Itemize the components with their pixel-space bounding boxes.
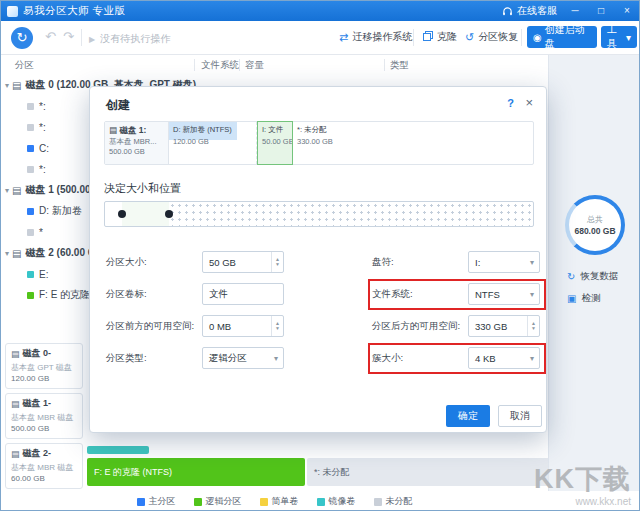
legend-swatch <box>260 498 268 506</box>
dialog-disk-strip: ▤ 磁盘 1: 基本盘 MBR... 500.00 GB D: 新加卷 (NTF… <box>104 121 534 165</box>
clone-button[interactable]: 克隆 <box>423 30 457 44</box>
slider-selected-range <box>122 202 169 226</box>
clone-icon <box>423 33 431 41</box>
partition-color-swatch <box>27 145 34 152</box>
legend-label: 未分配 <box>386 495 413 508</box>
stepper-down-icon[interactable]: ▼ <box>275 326 280 331</box>
tree-row-partition[interactable]: F: E 的克隆 <box>27 285 90 305</box>
tree-row-partition[interactable]: *: <box>27 96 46 116</box>
sidebar-action-label: 检测 <box>581 292 600 305</box>
ok-button[interactable]: 确定 <box>446 405 490 427</box>
disk2-segment-unallocated[interactable]: *: 未分配 <box>307 458 569 486</box>
disk-card-size: 60.00 GB <box>11 474 77 483</box>
window-title: 易我分区大师 专业版 <box>23 4 125 18</box>
segment-size: 50.00 GB <box>262 137 288 146</box>
cluster-size-value: 4 KB <box>469 353 530 364</box>
disk-card-1[interactable]: ▤磁盘 1- 基本盘 MBR 磁盘 500.00 GB <box>5 393 83 439</box>
caret-down-icon[interactable]: ▾ <box>5 249 9 258</box>
tree-row-partition[interactable]: C: <box>27 138 49 158</box>
sidebar-action-detect[interactable]: ▣ 检测 <box>567 292 600 305</box>
disk-card-name: 磁盘 1- <box>23 397 52 410</box>
volume-label-label: 分区卷标: <box>106 283 147 305</box>
filesystem-select[interactable]: NTFS ▾ <box>468 283 540 305</box>
tree-row-partition[interactable]: *: <box>27 117 46 137</box>
sidebar-action-recover-data[interactable]: ↻ 恢复数据 <box>567 270 618 283</box>
column-divider <box>239 59 240 71</box>
redo-button[interactable]: ↷ <box>63 29 74 44</box>
column-divider <box>194 59 195 71</box>
maximize-button[interactable]: □ <box>593 3 609 19</box>
close-button[interactable]: × <box>619 3 635 19</box>
total-value: 680.00 GB <box>574 226 615 236</box>
disk-card-sub: 基本盘 MBR 磁盘 <box>11 462 77 473</box>
detect-icon: ▣ <box>567 293 576 304</box>
help-icon[interactable]: ? <box>507 97 514 109</box>
dialog-segment-d[interactable]: D: 新加卷 (NTFS) 120.00 GB <box>169 122 257 164</box>
refresh-button[interactable]: ↻ <box>11 27 33 49</box>
disk-icon: ▤ <box>12 248 21 259</box>
partition-recovery-button[interactable]: ↺ 分区恢复 <box>465 30 518 44</box>
volume-label-value: 文件 <box>203 288 283 301</box>
volume-label-input[interactable]: 文件 <box>202 283 284 305</box>
tree-row-partition[interactable]: D: 新加卷 <box>27 201 82 221</box>
undo-button[interactable]: ↶ <box>45 29 56 44</box>
dialog-close-button[interactable]: × <box>525 95 533 110</box>
drive-letter-select[interactable]: I: ▾ <box>468 251 540 273</box>
play-icon: ▶ <box>89 35 95 44</box>
tree-row-partition[interactable]: * <box>27 222 43 242</box>
stepper-arrows[interactable]: ▲▼ <box>527 316 539 336</box>
cancel-button[interactable]: 取消 <box>498 405 542 427</box>
disk-card-2[interactable]: ▤磁盘 2- 基本盘 MBR 磁盘 60.00 GB <box>5 443 83 489</box>
migrate-os-button[interactable]: ⇄ 迁移操作系统 <box>339 30 412 44</box>
disk-card-name: 磁盘 2- <box>23 447 52 460</box>
create-boot-disk-button[interactable]: ◉ 创建启动盘 <box>527 26 597 48</box>
caret-down-icon[interactable]: ▾ <box>5 186 9 195</box>
legend-swatch <box>194 498 202 506</box>
tree-row-label: *: <box>39 101 46 112</box>
app-logo-icon <box>7 6 18 17</box>
disk2-segment-f[interactable]: F: E 的克隆 (NTFS) <box>87 458 305 486</box>
cluster-size-select[interactable]: 4 KB ▾ <box>468 347 540 369</box>
partition-color-swatch <box>27 208 34 215</box>
legend-swatch <box>137 498 145 506</box>
caret-down-icon[interactable]: ▾ <box>5 81 9 90</box>
stepper-arrows[interactable]: ▲▼ <box>271 252 283 272</box>
dialog-segment-unallocated[interactable]: *: 未分配 330.00 GB <box>293 122 533 164</box>
online-service-button[interactable]: 在线客服 <box>502 4 557 18</box>
dialog-disk-sub: 基本盘 MBR... <box>109 137 164 147</box>
disk1-strip-partial-segment[interactable] <box>87 446 149 454</box>
disk-card-size: 500.00 GB <box>11 424 77 433</box>
toolbar-divider <box>413 29 414 46</box>
boot-disk-icon: ◉ <box>533 32 542 43</box>
tree-row-label: E: <box>39 269 48 280</box>
partition-color-swatch <box>27 271 34 278</box>
tools-button[interactable]: 工具 ▾ <box>601 26 637 48</box>
stepper-down-icon[interactable]: ▼ <box>275 262 280 267</box>
partition-type-select[interactable]: 逻辑分区 ▾ <box>202 347 284 369</box>
stepper-arrows[interactable]: ▲▼ <box>271 316 283 336</box>
disk-icon: ▤ <box>12 80 21 91</box>
segment-size: 120.00 GB <box>173 137 252 146</box>
legend-label: 镜像卷 <box>329 495 356 508</box>
segment-title: *: 未分配 <box>297 125 529 135</box>
migrate-os-icon: ⇄ <box>339 31 348 44</box>
partition-type-label: 分区类型: <box>106 347 147 369</box>
dialog-segment-i-selected[interactable]: I: 文件 50.00 GB <box>257 121 293 165</box>
tools-label: 工具 <box>607 23 623 51</box>
sidebar-action-label: 恢复数据 <box>580 270 618 283</box>
disk-card-size: 120.00 GB <box>11 374 77 383</box>
space-before-stepper[interactable]: 0 MB ▲▼ <box>202 315 284 337</box>
space-after-stepper[interactable]: 330 GB ▲▼ <box>468 315 540 337</box>
disk-card-0[interactable]: ▤磁盘 0- 基本盘 GPT 磁盘 120.00 GB <box>5 343 83 389</box>
pending-operations-status: ▶ 没有待执行操作 <box>89 32 170 46</box>
space-after-label: 分区后方的可用空间: <box>372 315 460 337</box>
partition-size-stepper[interactable]: 50 GB ▲▼ <box>202 251 284 273</box>
disk-icon: ▤ <box>12 185 21 196</box>
tree-row-partition[interactable]: *: <box>27 159 46 179</box>
partition-size-slider[interactable] <box>104 201 534 227</box>
drive-letter-value: I: <box>469 257 530 268</box>
minimize-button[interactable]: ─ <box>567 3 583 19</box>
disk-card-sub: 基本盘 GPT 磁盘 <box>11 362 77 373</box>
tree-row-partition[interactable]: E: <box>27 264 48 284</box>
stepper-down-icon[interactable]: ▼ <box>531 326 536 331</box>
